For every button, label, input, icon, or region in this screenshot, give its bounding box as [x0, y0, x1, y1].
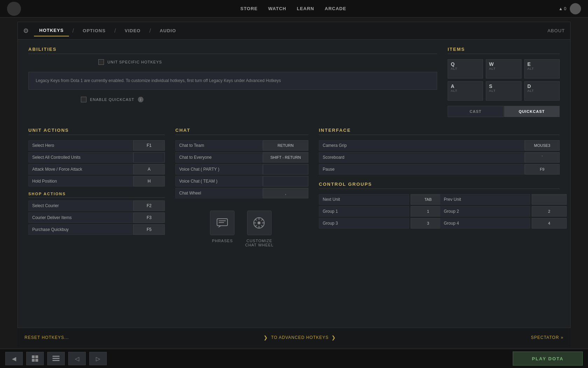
settings-gear-icon: ⚙	[23, 27, 29, 35]
hotkey-row-select-hero: Select Hero F1	[28, 140, 165, 151]
chat-wheel-key[interactable]: ,	[263, 188, 308, 198]
item-key-s[interactable]: S ALT	[486, 81, 521, 101]
voice-team-label: Voice Chat ( TEAM )	[175, 176, 263, 186]
chat-team-key[interactable]: RETURN	[263, 140, 308, 151]
nav-arcade[interactable]: ARCADE	[325, 6, 346, 11]
select-courier-label: Select Courier	[28, 200, 133, 211]
play-bar-btn-4[interactable]: ◁	[68, 352, 86, 365]
unit-specific-checkbox[interactable]	[98, 59, 104, 65]
control-groups-grid: Next Unit TAB Prev Unit Group 1 1 Group …	[319, 194, 560, 229]
item-key-w-letter: W	[489, 61, 493, 67]
hold-key[interactable]: H	[133, 176, 165, 186]
item-key-d-letter: D	[527, 83, 531, 89]
item-key-d[interactable]: D ALT	[524, 81, 560, 101]
quickcast-checkbox[interactable]	[81, 97, 86, 102]
bottom-sections: UNIT ACTIONS Select Hero F1 Select All C…	[28, 128, 560, 247]
spectator-link[interactable]: SPECTATOR »	[531, 335, 564, 340]
interface-row-camera: Camera Grip MOUSE3	[319, 140, 560, 151]
tab-hotkeys[interactable]: HOTKEYS	[34, 25, 69, 36]
hotkey-row-courier: Select Courier F2	[28, 200, 165, 211]
voice-party-key[interactable]	[263, 164, 308, 175]
unit-specific-label: UNIT SPECIFIC HOTKEYS	[107, 60, 162, 64]
bottom-footer: RESET HOTKEYS... ❯ TO ADVANCED HOTKEYS ❯…	[18, 328, 570, 347]
hotkey-row-attack: Attack Move / Force Attack A	[28, 164, 165, 175]
hotkey-row-hold: Hold Position H	[28, 176, 165, 186]
quickbuy-key[interactable]: F5	[133, 224, 165, 235]
play-dota-button[interactable]: PLAY DOTA	[513, 352, 583, 366]
nav-store[interactable]: STORE	[240, 6, 258, 11]
select-hero-key[interactable]: F1	[133, 140, 165, 151]
chat-everyone-key[interactable]: SHIFT - RETURN	[263, 152, 308, 163]
chat-icons-row: PHRASES	[175, 207, 308, 247]
tab-video[interactable]: VIDEO	[119, 25, 146, 36]
abilities-section: ABILITIES UNIT SPECIFIC HOTKEYS Legacy K…	[28, 47, 437, 117]
tab-about[interactable]: ABOUT	[547, 28, 565, 33]
courier-deliver-key[interactable]: F3	[133, 212, 165, 223]
phrases-icon	[210, 211, 234, 235]
quickcast-row: ENABLE QUICKCAST i	[81, 97, 437, 102]
spectator-arrow-icon: »	[561, 335, 564, 340]
tab-audio[interactable]: AUDIO	[154, 25, 181, 36]
phrases-item[interactable]: PHRASES	[210, 211, 234, 247]
top-nav: STORE WATCH LEARN ARCADE	[28, 6, 559, 11]
item-key-a[interactable]: A ALT	[448, 81, 483, 101]
svg-rect-14	[32, 355, 35, 358]
play-bar-btn-5[interactable]: ▷	[89, 352, 107, 365]
nav-watch[interactable]: WATCH	[268, 6, 286, 11]
next-unit-label: Next Unit	[319, 194, 409, 205]
item-key-q-letter: Q	[451, 61, 455, 67]
group2-key[interactable]: 2	[532, 206, 567, 217]
svg-line-11	[261, 225, 263, 227]
chat-row-wheel: Chat Wheel ,	[175, 188, 308, 198]
chat-team-label: Chat to Team	[175, 140, 263, 151]
reset-hotkeys-link[interactable]: RESET HOTKEYS...	[24, 335, 69, 340]
top-bar: STORE WATCH LEARN ARCADE ▲ 0	[0, 0, 588, 18]
select-hero-label: Select Hero	[28, 140, 133, 151]
main-content: ABILITIES UNIT SPECIFIC HOTKEYS Legacy K…	[18, 40, 570, 327]
scoreboard-label: Scoreboard	[319, 152, 525, 163]
select-courier-key[interactable]: F2	[133, 200, 165, 211]
items-title: ITEMS	[448, 47, 560, 54]
interface-row-pause: Pause F9	[319, 164, 560, 175]
items-section: ITEMS Q ALT W ALT E ALT A	[448, 47, 560, 117]
dota-logo	[7, 2, 21, 16]
quickcast-button[interactable]: QUICKCAST	[504, 106, 560, 117]
customize-wheel-icon	[247, 211, 272, 235]
tab-options[interactable]: OPTIONS	[77, 25, 111, 36]
svg-rect-19	[52, 358, 59, 359]
top-sections: ABILITIES UNIT SPECIFIC HOTKEYS Legacy K…	[28, 47, 560, 117]
chat-row-team: Chat to Team RETURN	[175, 140, 308, 151]
attack-key[interactable]: A	[133, 164, 165, 175]
voice-team-key[interactable]	[263, 176, 308, 186]
scoreboard-key[interactable]: `	[525, 152, 560, 163]
camera-grip-label: Camera Grip	[319, 140, 525, 151]
prev-unit-key[interactable]	[532, 194, 567, 205]
phrases-label: PHRASES	[212, 239, 233, 243]
item-key-q[interactable]: Q ALT	[448, 59, 483, 79]
quickcast-info-icon[interactable]: i	[138, 97, 144, 102]
pause-key[interactable]: F9	[525, 164, 560, 175]
item-key-e[interactable]: E ALT	[524, 59, 560, 79]
item-key-w[interactable]: W ALT	[486, 59, 521, 79]
item-key-d-mod: ALT	[527, 89, 534, 93]
chevron-left-icon: ❯	[264, 335, 268, 340]
courier-deliver-label: Courier Deliver Items	[28, 212, 133, 223]
cast-row: CAST QUICKCAST	[448, 106, 560, 117]
item-key-q-mod: ALT	[451, 67, 457, 70]
play-bar-btn-2[interactable]	[26, 352, 44, 365]
select-all-key[interactable]	[133, 152, 165, 163]
advanced-hotkeys-link[interactable]: ❯ TO ADVANCED HOTKEYS ❯	[264, 335, 336, 340]
voice-party-label: Voice Chat ( PARTY )	[175, 164, 263, 175]
play-bar-btn-3[interactable]	[47, 352, 65, 365]
group4-label: Group 4	[440, 218, 530, 229]
chat-row-voice-party: Voice Chat ( PARTY )	[175, 164, 308, 175]
cast-button[interactable]: CAST	[448, 106, 504, 117]
nav-learn[interactable]: LEARN	[297, 6, 314, 11]
play-bar-btn-1[interactable]: ◀	[5, 352, 23, 365]
group4-key[interactable]: 4	[532, 218, 567, 229]
customize-wheel-item[interactable]: CUSTOMIZECHAT WHEEL	[245, 211, 273, 247]
camera-grip-key[interactable]: MOUSE3	[525, 140, 560, 151]
settings-container: ⚙ HOTKEYS / OPTIONS / VIDEO / AUDIO ABOU…	[18, 22, 570, 347]
user-avatar[interactable]	[570, 3, 581, 14]
pause-label: Pause	[319, 164, 525, 175]
